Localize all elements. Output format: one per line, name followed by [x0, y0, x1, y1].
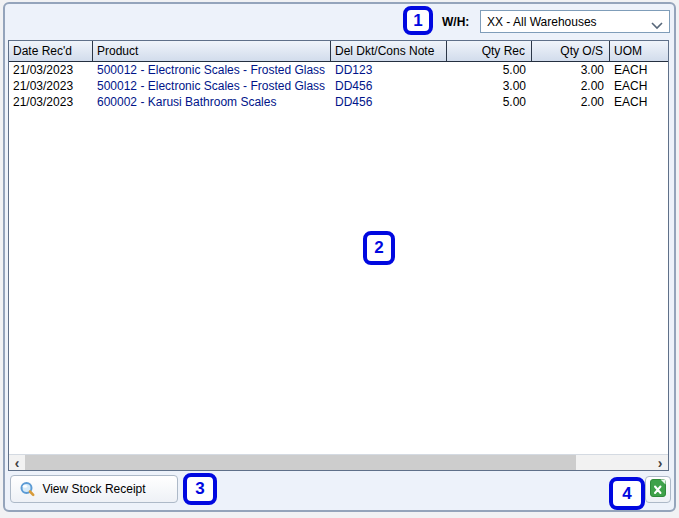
table-row[interactable]: 21/03/2023 500012 - Electronic Scales - … — [9, 62, 668, 78]
annotation-mark-3: 3 — [183, 473, 217, 505]
cell-date-recd: 21/03/2023 — [9, 94, 93, 110]
chevron-down-icon — [651, 19, 663, 33]
cell-uom: EACH — [610, 62, 670, 78]
cell-qty-os: 2.00 — [532, 94, 610, 110]
column-header-uom[interactable]: UOM — [610, 41, 670, 61]
stock-receipts-window: W/H: XX - All Warehouses Date Rec'd Prod… — [3, 2, 676, 512]
cell-del-dkt: DD456 — [331, 78, 447, 94]
cell-product: 500012 - Electronic Scales - Frosted Gla… — [93, 62, 331, 78]
horizontal-scrollbar[interactable]: ‹ › — [9, 454, 668, 470]
annotation-mark-4: 4 — [609, 477, 645, 510]
column-header-date-recd[interactable]: Date Rec'd — [9, 41, 93, 61]
cell-del-dkt: DD456 — [331, 94, 447, 110]
cell-uom: EACH — [610, 78, 670, 94]
magnifier-icon — [19, 481, 37, 502]
stock-receipts-table: Date Rec'd Product Del Dkt/Cons Note Qty… — [8, 40, 669, 471]
view-stock-receipt-button[interactable]: View Stock Receipt — [10, 475, 178, 503]
cell-uom: EACH — [610, 94, 670, 110]
warehouse-label: W/H: — [442, 15, 469, 29]
cell-product: 600002 - Karusi Bathroom Scales — [93, 94, 331, 110]
cell-date-recd: 21/03/2023 — [9, 62, 93, 78]
view-stock-receipt-label: View Stock Receipt — [42, 482, 145, 496]
cell-qty-rec: 5.00 — [447, 94, 532, 110]
cell-date-recd: 21/03/2023 — [9, 78, 93, 94]
cell-qty-os: 3.00 — [532, 62, 610, 78]
cell-del-dkt: DD123 — [331, 62, 447, 78]
column-header-qty-rec[interactable]: Qty Rec — [447, 41, 532, 61]
column-header-product[interactable]: Product — [93, 41, 331, 61]
scroll-left-icon[interactable]: ‹ — [9, 455, 25, 470]
annotation-mark-2: 2 — [363, 231, 395, 265]
annotation-mark-1: 1 — [403, 6, 433, 35]
cell-product: 500012 - Electronic Scales - Frosted Gla… — [93, 78, 331, 94]
table-row[interactable]: 21/03/2023 600002 - Karusi Bathroom Scal… — [9, 94, 668, 110]
column-header-del-dkt[interactable]: Del Dkt/Cons Note — [331, 41, 447, 61]
scroll-right-icon[interactable]: › — [652, 455, 668, 470]
cell-qty-rec: 5.00 — [447, 62, 532, 78]
table-row[interactable]: 21/03/2023 500012 - Electronic Scales - … — [9, 78, 668, 94]
cell-qty-rec: 3.00 — [447, 78, 532, 94]
warehouse-dropdown-value: XX - All Warehouses — [487, 15, 597, 29]
export-to-excel-button[interactable] — [645, 476, 671, 503]
scrollbar-thumb[interactable] — [25, 455, 576, 470]
column-header-qty-os[interactable]: Qty O/S — [532, 41, 610, 61]
excel-export-icon — [650, 479, 666, 501]
table-header-row: Date Rec'd Product Del Dkt/Cons Note Qty… — [9, 41, 668, 62]
warehouse-dropdown[interactable]: XX - All Warehouses — [480, 10, 670, 33]
cell-qty-os: 2.00 — [532, 78, 610, 94]
